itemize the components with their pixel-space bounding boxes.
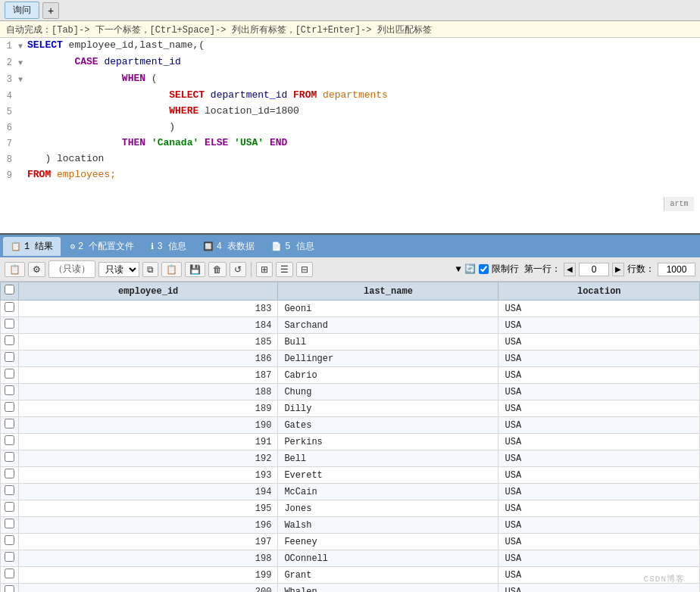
first-row-input[interactable] [579,263,609,276]
row-checkbox[interactable] [5,385,14,395]
code-line-content[interactable]: SELECT employee_id,last_name,( [26,38,700,53]
copy-button[interactable]: ⧉ [142,262,158,277]
row-checkbox-cell [1,584,19,593]
row-checkbox[interactable] [5,552,14,562]
employee-id-cell: 190 [19,417,278,434]
table-row[interactable]: 190GatesUSA [1,417,700,434]
table-row[interactable]: 189DillyUSA [1,400,700,417]
code-line-content[interactable]: SELECT department_id FROM departments [26,88,700,103]
fold-icon[interactable]: ▼ [15,71,26,88]
select-all-checkbox[interactable] [5,285,14,294]
row-checkbox[interactable] [5,302,14,312]
code-line-content[interactable]: WHERE location_id=1800 [26,104,700,119]
table-row[interactable]: 184SarchandUSA [1,317,700,334]
row-checkbox[interactable] [5,452,14,462]
fold-icon [15,88,26,89]
row-checkbox-cell [1,434,19,450]
row-checkbox[interactable] [5,485,14,495]
code-line-content[interactable]: ) location [26,151,700,167]
row-checkbox-cell [1,351,19,367]
row-count-input[interactable] [658,263,695,276]
table-row[interactable]: 199GrantUSA [1,567,700,584]
row-checkbox[interactable] [5,519,14,528]
grid-view-button[interactable]: ⊞ [256,262,273,277]
table-row[interactable]: 195JonesUSA [1,500,700,517]
sql-line: 4 SELECT department_id FROM departments [0,88,700,104]
row-checkbox-cell [1,301,19,317]
code-line-content[interactable]: ) [26,120,700,135]
last-name-cell: Jones [278,500,498,517]
col-header-checkbox[interactable] [1,282,19,301]
table-row[interactable]: 183GeoniUSA [1,301,700,317]
row-checkbox-cell [1,550,19,567]
table-row[interactable]: 198OConnellUSA [1,550,700,567]
tab-icon: 🔲 [203,241,214,251]
settings-button[interactable]: ⚙ [28,262,45,277]
table-row[interactable]: 200WhalenUSA [1,584,700,593]
results-table: employee_id last_name location 183GeoniU… [0,282,700,592]
table-row[interactable]: 185BullUSA [1,334,700,351]
tab-icon: ℹ [151,241,154,251]
next-row-button[interactable]: ▶ [612,263,624,276]
row-checkbox[interactable] [5,352,14,362]
table-row[interactable]: 188ChungUSA [1,384,700,400]
employee-id-cell: 191 [19,434,278,450]
mode-select[interactable]: 只读 编辑 [98,262,139,277]
export-button[interactable]: 📋 [5,262,25,277]
table-row[interactable]: 197FeeneyUSA [1,534,700,550]
table-row[interactable]: 194McCainUSA [1,484,700,500]
row-checkbox[interactable] [5,335,14,345]
code-line-content[interactable]: FROM employees; [26,167,700,182]
row-checkbox-cell [1,517,19,534]
row-checkbox[interactable] [5,319,14,329]
refresh-button[interactable]: ↺ [230,262,246,277]
row-checkbox[interactable] [5,469,14,478]
location-cell: USA [498,450,700,467]
location-cell: USA [498,584,700,593]
employee-id-cell: 183 [19,301,278,317]
last-name-cell: Gates [278,417,498,434]
code-line-content[interactable]: CASE department_id [26,55,700,70]
location-cell: USA [498,550,700,567]
form-view-button[interactable]: ⊟ [296,262,313,277]
result-tab[interactable]: ⚙2 个配置文件 [62,237,142,256]
delete-button[interactable]: 🗑 [208,262,227,277]
limit-checkbox[interactable] [479,264,489,274]
query-tab[interactable]: 询问 [5,2,39,19]
row-checkbox[interactable] [5,569,14,578]
col-header-last-name[interactable]: last_name [278,282,498,301]
row-checkbox[interactable] [5,585,14,592]
row-checkbox[interactable] [5,435,14,445]
sql-editor[interactable]: 1▼SELECT employee_id,last_name,(2▼ CASE … [0,38,700,235]
result-tab[interactable]: 📋1 结果 [3,237,61,256]
prev-row-button[interactable]: ◀ [564,263,576,276]
fold-icon[interactable]: ▼ [15,55,26,71]
fold-icon[interactable]: ▼ [15,38,26,55]
code-token: THEN [122,137,152,148]
result-tab[interactable]: 📄5 信息 [264,237,321,256]
save-button[interactable]: 💾 [185,262,205,277]
employee-id-cell: 185 [19,334,278,351]
table-row[interactable]: 192BellUSA [1,450,700,467]
paste-button[interactable]: 📋 [161,262,182,277]
col-header-employee-id[interactable]: employee_id [19,282,278,301]
add-tab-button[interactable]: + [42,2,59,19]
table-row[interactable]: 186DellingerUSA [1,351,700,367]
row-checkbox[interactable] [5,402,14,412]
row-checkbox[interactable] [5,369,14,379]
code-line-content[interactable]: WHEN ( [26,71,700,86]
table-row[interactable]: 187CabrioUSA [1,367,700,384]
code-line-content[interactable]: THEN 'Canada' ELSE 'USA' END [26,136,700,151]
col-header-location[interactable]: location [498,282,700,301]
table-row[interactable]: 196WalshUSA [1,517,700,534]
row-checkbox[interactable] [5,535,14,545]
code-token: ) location [27,153,104,164]
row-checkbox[interactable] [5,502,14,512]
tab-label: 3 信息 [157,240,186,253]
result-tab[interactable]: 🔲4 表数据 [195,237,262,256]
result-tab[interactable]: ℹ3 信息 [143,237,193,256]
table-row[interactable]: 191PerkinsUSA [1,434,700,450]
table-row[interactable]: 193EverettUSA [1,467,700,484]
row-checkbox[interactable] [5,419,14,428]
list-view-button[interactable]: ☰ [276,262,293,277]
